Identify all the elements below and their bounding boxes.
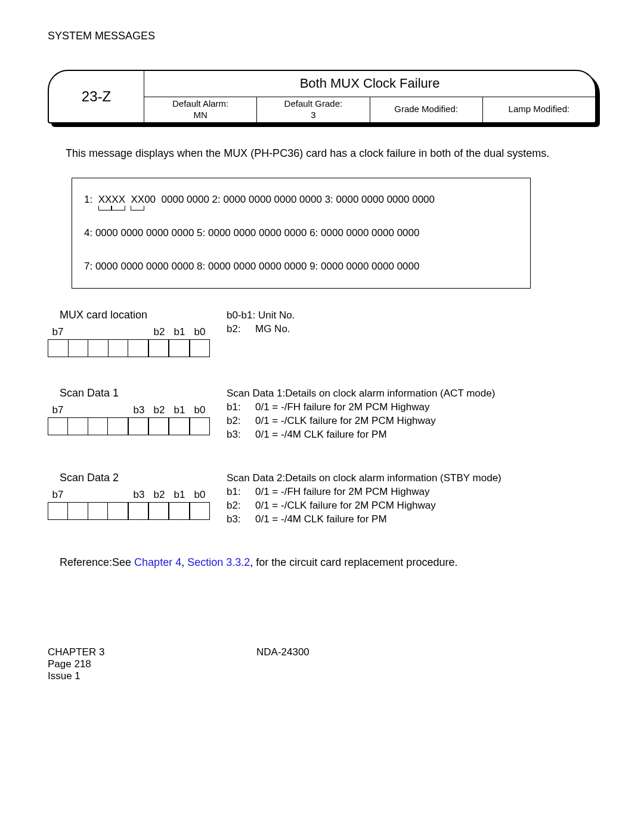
bit-table [48,502,210,520]
val: MG No. [255,323,290,336]
footer-issue: Issue 1 [48,670,256,682]
message-box: 23-Z Both MUX Clock Failure Default Alar… [48,70,596,123]
bit-table [48,417,210,435]
mux-def-1: b0-b1: Unit No. [227,309,596,323]
sd2-line-3: b3:0/1 = -/4M CLK failure for PM [227,513,596,527]
bit-b3: b3 [129,489,149,501]
message-description: This message displays when the MUX (PH-P… [66,147,596,160]
sd1-title: Scan Data 1 [60,387,227,400]
text: 00 [144,194,156,205]
bit-b7: b7 [48,489,68,501]
bit-b2: b2 [149,489,169,501]
key: b2: [227,499,255,513]
data-line-1: 1: XXXX XX00 0000 0000 2: 0000 0000 0000… [84,194,518,206]
scan-data-1-section: Scan Data 1 b7 b3 b2 b1 b0 Scan Data 1:D… [48,387,596,442]
message-title: Both MUX Clock Failure [144,71,595,97]
scan-data-2-section: Scan Data 2 b7 b3 b2 b1 b0 Scan Data 2:D… [48,472,596,527]
sd2-line-2: b2:0/1 = -/CLK failure for 2M PCM Highwa… [227,499,596,513]
sd1-line-2: b2:0/1 = -/CLK failure for 2M PCM Highwa… [227,414,596,428]
val: 0/1 = -/4M CLK failure for PM [255,513,387,527]
key: b3: [227,513,255,527]
data-line-2: 4: 0000 0000 0000 0000 5: 0000 0000 0000… [84,227,518,239]
bit-labels: b7 b3 b2 b1 b0 [48,404,227,416]
reference-link-section[interactable]: Section 3.3.2 [187,556,250,568]
page-header: SYSTEM MESSAGES [48,30,596,42]
bit-b2: b2 [149,326,169,338]
data-line-3: 7: 0000 0000 0000 0000 8: 0000 0000 0000… [84,261,518,272]
default-grade: Default Grade: 3 [257,97,370,123]
bit-b1: b1 [169,404,190,416]
bit-b2: b2 [149,404,169,416]
label: Lamp Modified: [509,104,570,115]
footer-page: Page 218 [48,658,256,670]
bit-b7: b7 [48,404,68,416]
val: 0/1 = -/4M CLK failure for PM [255,428,387,442]
group-xxxx: XXXX [98,194,125,206]
mux-def-2: b2: MG No. [227,323,596,336]
value: MN [193,110,207,121]
sd2-heading: Scan Data 2:Details on clock alarm infor… [227,472,596,485]
val: 0/1 = -/FH failure for 2M PCM Highway [255,485,429,499]
default-alarm: Default Alarm: MN [144,97,257,123]
data-dump-box: 1: XXXX XX00 0000 0000 2: 0000 0000 0000… [72,178,531,289]
mux-section: MUX card location b7 b2 b1 b0 b0-b1: Uni… [48,309,596,357]
reference-line: Reference:See Chapter 4, Section 3.3.2, … [60,556,596,569]
message-code: 23-Z [49,71,144,122]
text: 0000 0000 2: 0000 0000 0000 0000 3: 0000… [162,194,435,205]
key: b2: [227,414,255,428]
key: b2: [227,323,255,336]
lamp-modified: Lamp Modified: [483,97,595,123]
text: XXXX [98,194,125,205]
bit-b0: b0 [190,404,210,416]
sd1-line-3: b3:0/1 = -/4M CLK failure for PM [227,428,596,442]
footer-chapter: CHAPTER 3 [48,646,256,658]
label: Default Grade: [284,98,343,110]
bit-b0: b0 [190,489,210,501]
bit-b0: b0 [190,326,210,338]
val: 0/1 = -/CLK failure for 2M PCM Highway [255,499,436,513]
key: b1: [227,485,255,499]
key: b1: [227,401,255,414]
group-xx: XX [131,194,144,206]
bit-labels: b7 b2 b1 b0 [48,326,227,338]
label: Default Alarm: [172,98,228,110]
prefix: 1: [84,194,92,205]
text: for the circuit card replacement procedu… [256,556,457,568]
page-footer: CHAPTER 3 Page 218 Issue 1 NDA-24300 [48,646,596,682]
label: Grade Modified: [394,104,458,115]
footer-doc: NDA-24300 [256,646,596,658]
value: 3 [311,110,315,121]
val: 0/1 = -/FH failure for 2M PCM Highway [255,401,429,414]
sd2-line-1: b1:0/1 = -/FH failure for 2M PCM Highway [227,485,596,499]
bit-b3: b3 [129,404,149,416]
text: XX [131,194,144,205]
val: 0/1 = -/CLK failure for 2M PCM Highway [255,414,436,428]
bit-labels: b7 b3 b2 b1 b0 [48,489,227,501]
grade-modified: Grade Modified: [370,97,483,123]
bit-b1: b1 [169,326,190,338]
reference-link-chapter[interactable]: Chapter 4 [134,556,181,568]
key: b3: [227,428,255,442]
mux-title: MUX card location [60,309,227,321]
text: Reference:See [60,556,131,568]
sd1-heading: Scan Data 1:Details on clock alarm infor… [227,387,596,401]
bit-b7: b7 [48,326,68,338]
sd2-title: Scan Data 2 [60,472,227,484]
sd1-line-1: b1:0/1 = -/FH failure for 2M PCM Highway [227,401,596,414]
bit-b1: b1 [169,489,190,501]
bit-table [48,339,210,357]
